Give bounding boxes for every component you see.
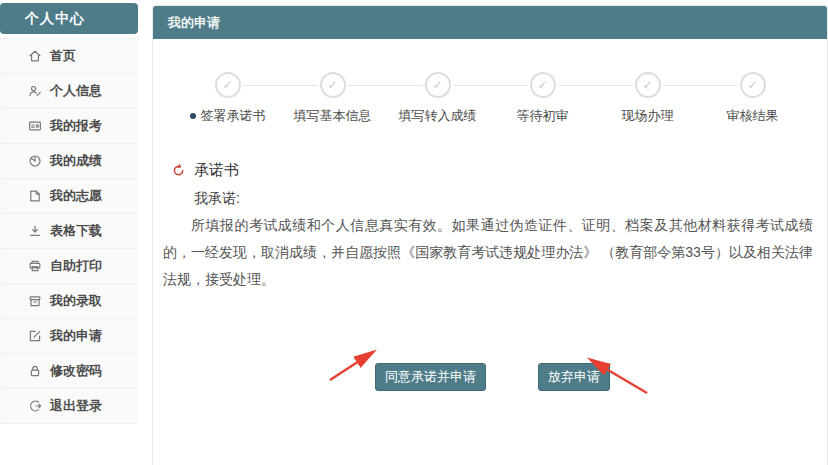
step-basic-info: ✓ 填写基本信息 bbox=[280, 72, 385, 125]
step-check-icon: ✓ bbox=[740, 72, 766, 98]
sidebar-item-profile[interactable]: 个人信息 bbox=[0, 74, 138, 109]
sidebar-item-label: 退出登录 bbox=[50, 397, 102, 415]
sidebar-item-scores[interactable]: 我的成绩 bbox=[0, 144, 138, 179]
sidebar-nav: 首页 个人信息 我的报考 我的成绩 我的志愿 表格下载 bbox=[0, 38, 138, 424]
main-panel: 我的申请 ✓ 签署承诺书 ✓ 填写基本信息 ✓ 填写转入成绩 ✓ 等待初审 bbox=[152, 5, 828, 465]
commitment-title: 承诺书 bbox=[194, 161, 239, 180]
step-label: 现场办理 bbox=[622, 107, 674, 125]
step-check-icon: ✓ bbox=[425, 72, 451, 98]
step-label: 签署承诺书 bbox=[201, 107, 266, 125]
step-check-icon: ✓ bbox=[635, 72, 661, 98]
sidebar-title: 个人中心 bbox=[0, 3, 138, 34]
button-row: 同意承诺并申请 放弃申请 bbox=[163, 363, 817, 391]
step-label: 审核结果 bbox=[727, 107, 779, 125]
archive-icon bbox=[28, 294, 42, 308]
sidebar-item-logout[interactable]: 退出登录 bbox=[0, 389, 138, 424]
sidebar-item-change-password[interactable]: 修改密码 bbox=[0, 354, 138, 389]
sidebar: 个人中心 首页 个人信息 我的报考 我的成绩 我的志愿 bbox=[0, 0, 138, 465]
sidebar-item-label: 我的报考 bbox=[50, 117, 102, 135]
sidebar-item-label: 自助打印 bbox=[50, 257, 102, 275]
pie-chart-icon bbox=[28, 154, 42, 168]
sidebar-item-application[interactable]: 我的申请 bbox=[0, 319, 138, 354]
edit-icon bbox=[28, 329, 42, 343]
current-step-bullet bbox=[190, 113, 196, 119]
step-label: 填写基本信息 bbox=[294, 107, 372, 125]
sidebar-item-label: 我的申请 bbox=[50, 327, 102, 345]
commitment-section: 承诺书 我承诺: 所填报的考试成绩和个人信息真实有效。如果通过伪造证件、证明、档… bbox=[163, 161, 817, 293]
step-sign-commitment: ✓ 签署承诺书 bbox=[175, 72, 280, 125]
sidebar-item-label: 修改密码 bbox=[50, 362, 102, 380]
sidebar-item-self-print[interactable]: 自助打印 bbox=[0, 249, 138, 284]
content-body: ✓ 签署承诺书 ✓ 填写基本信息 ✓ 填写转入成绩 ✓ 等待初审 ✓ 现场办 bbox=[153, 39, 827, 465]
lock-icon bbox=[28, 364, 42, 378]
step-label: 等待初审 bbox=[517, 107, 569, 125]
step-initial-review: ✓ 等待初审 bbox=[490, 72, 595, 125]
logout-icon bbox=[28, 399, 42, 413]
step-onsite-processing: ✓ 现场办理 bbox=[595, 72, 700, 125]
step-transfer-scores: ✓ 填写转入成绩 bbox=[385, 72, 490, 125]
commitment-body: 所填报的考试成绩和个人信息真实有效。如果通过伪造证件、证明、档案及其他材料获得考… bbox=[163, 212, 817, 293]
home-icon bbox=[28, 49, 42, 63]
sidebar-item-label: 我的成绩 bbox=[50, 152, 102, 170]
sidebar-item-label: 表格下载 bbox=[50, 222, 102, 240]
step-check-icon: ✓ bbox=[215, 72, 241, 98]
sidebar-item-label: 首页 bbox=[50, 47, 76, 65]
refresh-icon bbox=[172, 164, 185, 177]
agree-apply-button[interactable]: 同意承诺并申请 bbox=[375, 363, 486, 391]
commitment-intro: 我承诺: bbox=[163, 190, 817, 208]
download-icon bbox=[28, 224, 42, 238]
step-label: 填写转入成绩 bbox=[399, 107, 477, 125]
printer-icon bbox=[28, 259, 42, 273]
sidebar-item-admission[interactable]: 我的录取 bbox=[0, 284, 138, 319]
sidebar-item-registration[interactable]: 我的报考 bbox=[0, 109, 138, 144]
content-header: 我的申请 bbox=[153, 6, 827, 39]
page: 个人中心 首页 个人信息 我的报考 我的成绩 我的志愿 bbox=[0, 0, 828, 465]
sidebar-item-form-download[interactable]: 表格下载 bbox=[0, 214, 138, 249]
stepper: ✓ 签署承诺书 ✓ 填写基本信息 ✓ 填写转入成绩 ✓ 等待初审 ✓ 现场办 bbox=[163, 72, 817, 125]
sidebar-item-label: 我的录取 bbox=[50, 292, 102, 310]
sidebar-item-label: 个人信息 bbox=[50, 82, 102, 100]
step-check-icon: ✓ bbox=[320, 72, 346, 98]
content-title: 我的申请 bbox=[168, 15, 220, 30]
id-card-icon bbox=[28, 119, 42, 133]
sidebar-item-preferences[interactable]: 我的志愿 bbox=[0, 179, 138, 214]
sidebar-item-home[interactable]: 首页 bbox=[0, 39, 138, 74]
step-review-result: ✓ 审核结果 bbox=[700, 72, 805, 125]
user-edit-icon bbox=[28, 84, 42, 98]
sidebar-item-label: 我的志愿 bbox=[50, 187, 102, 205]
step-check-icon: ✓ bbox=[530, 72, 556, 98]
document-icon bbox=[28, 189, 42, 203]
abandon-apply-button[interactable]: 放弃申请 bbox=[538, 363, 610, 391]
